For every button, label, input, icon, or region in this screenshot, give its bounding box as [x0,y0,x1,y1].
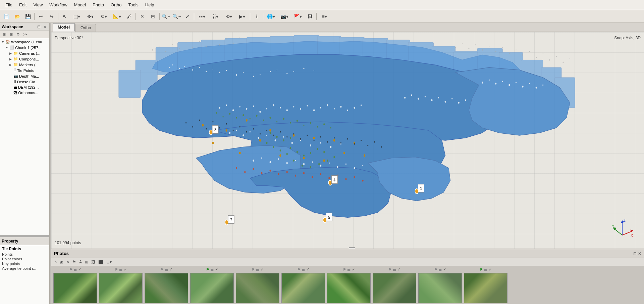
rotate-button[interactable]: ↻▾ [97,12,110,21]
ws-tb-settings[interactable]: ⚙ [15,32,21,38]
save-button[interactable]: 💾 [23,12,33,21]
svg-point-211 [312,176,313,178]
crop-button[interactable]: ⊟ [148,12,158,21]
photo-thumb-3[interactable] [145,273,188,303]
menu-file[interactable]: File [3,1,15,8]
photo-thumb-9[interactable] [418,273,462,303]
fit-view-button[interactable]: ⤢ [182,12,193,21]
tab-model[interactable]: Model [53,23,75,32]
menu-model[interactable]: Model [71,1,89,8]
workspace-close-icon[interactable]: ✕ [42,24,48,30]
tree-chunk[interactable]: ▼ ⬜ Chunk 1 (257... [0,45,49,50]
export-button[interactable]: 🖼 [305,12,315,21]
svg-point-248 [563,62,564,63]
info-button[interactable]: ℹ [252,12,262,21]
svg-point-69 [361,104,362,106]
svg-text:5: 5 [328,214,330,220]
svg-text:4: 4 [334,177,336,183]
render-button[interactable]: ▶▾ [236,12,249,21]
measure-button[interactable]: 📐▾ [111,12,123,21]
camera-button[interactable]: 📷▾ [278,12,291,21]
redo-button[interactable]: ↪ [47,12,57,21]
new-button[interactable]: 📄 [1,12,11,21]
select-button[interactable]: ↖ [60,12,70,21]
photo-thumb-10[interactable] [464,273,507,303]
tree-densecloud[interactable]: ▶ ⠿ Dense Clo... [0,79,49,85]
tree-tiepoints[interactable]: ▶ ⠿ Tie Points [0,68,49,73]
zoom-out-button[interactable]: 🔍− [172,12,182,21]
tree-cameras[interactable]: ▶ 📁 Cameras (... [0,50,49,56]
zoom-in-button[interactable]: 🔍+ [161,12,171,21]
move-button[interactable]: ✥▾ [84,12,97,21]
svg-point-219 [159,46,159,47]
workspace-undock-icon[interactable]: ⊟ [36,24,42,30]
menu-tools[interactable]: Tools [126,1,141,8]
svg-point-143 [302,165,303,167]
paint-button[interactable]: 🖌 [124,12,134,21]
toolbar-sep-1 [34,13,35,20]
photo-thumb-2[interactable] [99,273,143,303]
svg-point-147 [333,156,335,158]
open-button[interactable]: 📂 [12,12,22,21]
pt-grid2-btn[interactable]: ⊞▾ [105,259,113,265]
pt-circle-btn[interactable]: ○ [53,259,58,265]
check-icon-9: ✓ [443,267,446,272]
menu-help[interactable]: Help [143,1,157,8]
photo-thumb-4[interactable] [190,273,234,303]
pt-x-btn[interactable]: ✕ [65,259,70,265]
check-icon-8: ✓ [397,267,400,272]
svg-point-72 [243,134,244,136]
svg-point-125 [263,120,264,121]
points-button[interactable]: ⣿▾ [209,12,222,21]
camera-mode-button[interactable]: ⚏▾ [196,12,208,21]
tree-orthomosaic[interactable]: ▶ 🖼 Orthomos... [0,90,49,95]
menu-edit[interactable]: Edit [16,1,29,8]
tree-depthmap[interactable]: ▶ 📷 Depth Ma... [0,73,49,79]
globe-button[interactable]: 🌐▾ [265,12,277,21]
ws-tb-more[interactable]: ≫ [22,32,29,38]
photo-thumb-1[interactable] [53,273,97,303]
transform-button[interactable]: ⟲▾ [222,12,235,21]
pt-grid-btn[interactable]: ⊞ [84,259,89,265]
svg-point-230 [233,43,234,44]
delete-button[interactable]: ✕ [137,12,147,21]
svg-point-103 [438,97,439,98]
pt-img-btn[interactable]: 🖼 [90,259,96,265]
photo-thumb-5[interactable] [236,273,279,303]
rect-select-button[interactable]: ⬚▾ [70,12,83,21]
menu-ortho[interactable]: Ortho [108,1,124,8]
pt-label-btn[interactable]: 𝖠 [78,259,83,265]
tab-ortho[interactable]: Ortho [75,24,96,32]
tree-markers[interactable]: ▶ 📁 Markers (... [0,62,49,68]
more-button[interactable]: ≡▾ [318,12,331,21]
ws-tb-remove[interactable]: ⊟ [8,32,14,38]
photo-thumb-7[interactable] [327,273,371,303]
menu-workflow[interactable]: Workflow [47,1,70,8]
photo-thumb-6[interactable] [281,273,325,303]
photo-flags-6: ⚑ 🖿 ✓ [297,267,309,272]
photo-thumb-8[interactable] [373,273,416,303]
pt-crop-btn[interactable]: ⬛ [97,259,104,265]
toolbar-sep-8 [316,13,317,20]
ws-tb-add[interactable]: ⊞ [1,32,7,38]
pt-circle2-btn[interactable]: ◉ [59,259,64,265]
photos-strip[interactable]: ⚑ 🖿 ✓ ⚑ 🖿 ✓ [51,266,644,304]
pt-flag-btn[interactable]: ⚑ [71,259,77,265]
tree-components[interactable]: ▶ 📁 Compone... [0,56,49,62]
svg-point-78 [291,142,293,144]
photo-flags-1: ⚑ 🖿 ✓ [69,267,81,272]
tree-label-tiepoints: Tie Points [17,69,34,73]
viewport[interactable]: 8 7 4 5 [51,32,644,249]
tree-dem[interactable]: ▶ 🏔 DEM (192... [0,85,49,90]
menu-view[interactable]: View [31,1,45,8]
flag-button[interactable]: 🚩▾ [291,12,304,21]
tree-root[interactable]: ▼ 🏠 Workspace (1 chu... [0,39,49,45]
photos-maximize-icon[interactable]: ⊡ [633,251,637,256]
svg-point-80 [310,144,311,146]
svg-point-38 [236,74,237,76]
photos-close-icon[interactable]: ✕ [638,251,641,256]
flag-icon-8: ⚑ [388,267,392,272]
undo-button[interactable]: ↩ [36,12,46,21]
svg-text:7: 7 [230,217,232,223]
menu-photo[interactable]: Photo [90,1,107,8]
